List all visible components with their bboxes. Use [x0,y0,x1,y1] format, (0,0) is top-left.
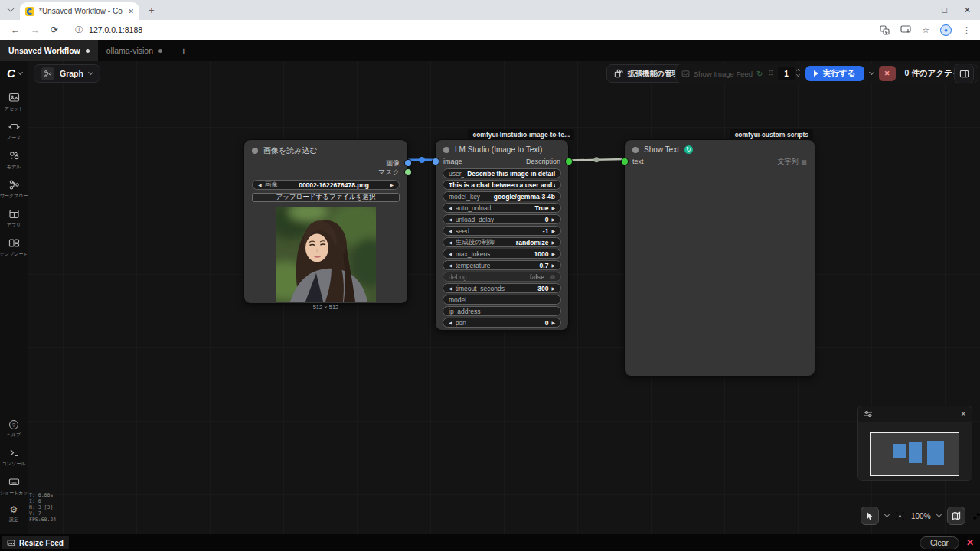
toggle-links-icon[interactable] [972,511,980,521]
workflow-tab-inactive[interactable]: ollama-vision [98,40,171,61]
input-port-image[interactable] [433,158,439,165]
zoom-options-chevron-icon[interactable] [936,512,942,517]
lm-studio-node[interactable]: comfyui-lmstudio-image-to-te... LM Studi… [435,139,569,331]
select-tool-button[interactable] [861,507,879,525]
input-port-text[interactable] [622,158,628,165]
widget-system-prompt[interactable]: This is a chat between a user and an a..… [443,180,561,190]
tab-search-icon[interactable] [7,5,14,11]
widget-unload-delay[interactable]: ◀ unload_delay 0 ▶ [443,214,561,224]
profile-avatar[interactable]: ● [940,24,952,36]
batch-count-value[interactable]: 1 [778,67,795,80]
output-port-image[interactable] [405,160,411,166]
clear-feed-button[interactable]: Clear [920,536,959,549]
sidebar-item-models[interactable]: モデル [0,150,28,171]
increment-icon[interactable]: ▶ [551,286,555,291]
minimap-toggle-button[interactable] [947,507,965,525]
increment-icon[interactable]: ▶ [551,240,555,245]
increment-icon[interactable] [796,69,800,73]
widget-timeout-seconds[interactable]: ◀ timeout_seconds 300 ▶ [443,283,561,293]
increment-icon[interactable]: ▶ [551,217,555,222]
batch-count-input[interactable]: 1 [778,67,800,80]
sidebar-item-console[interactable]: コンソール [0,447,28,468]
increment-icon[interactable]: ▶ [551,321,555,325]
widget-user-prompt[interactable]: user_pro ... Describe this image in deta… [443,168,561,178]
decrement-icon[interactable]: ◀ [449,206,452,210]
sidebar-item-nodes[interactable]: ノード [0,121,28,142]
close-feed-icon[interactable]: ✕ [966,537,974,548]
decrement-icon[interactable]: ◀ [449,252,452,256]
new-workflow-button[interactable]: + [181,40,187,61]
increment-icon[interactable]: ▶ [551,206,555,210]
drag-handle[interactable]: ⠿ [769,70,773,77]
forward-button[interactable]: → [31,24,40,35]
window-maximize-button[interactable]: □ [942,5,947,15]
sidebar-item-help[interactable]: ? ヘルプ [0,420,28,439]
output-port-mask[interactable] [405,169,411,175]
minimap-close-icon[interactable]: ✕ [960,410,966,418]
widget-debug[interactable]: debug false [443,272,561,282]
decrement-icon[interactable]: ◀ [449,286,452,291]
reload-button[interactable]: ⟳ [51,24,58,35]
toggle-icon[interactable] [550,275,555,279]
decrement-icon[interactable]: ◀ [449,229,452,233]
sidebar-item-assets[interactable]: アセット [0,92,28,112]
resize-feed-button[interactable]: Resize Feed [2,536,69,549]
widget-seed[interactable]: ◀ seed -1 ▶ [443,226,561,236]
image-file-widget[interactable]: ◀ 画像 00002-1622676478.png ▶ [252,180,400,190]
sidebar-item-workflows[interactable]: ワークフロー [0,179,28,200]
minimap-panel[interactable]: ✕ [858,406,972,481]
widget-temperature[interactable]: ◀ temperature 0.7 ▶ [443,260,561,270]
window-minimize-button[interactable]: – [920,5,925,15]
widget-auto-unload[interactable]: ◀ auto_unload True ▶ [443,203,561,213]
upload-file-button[interactable]: アップロードするファイルを選択 [252,193,400,202]
tool-options-chevron-icon[interactable] [884,512,890,517]
install-app-icon[interactable] [900,25,911,34]
decrement-icon[interactable]: ◀ [449,321,452,325]
browser-menu-icon[interactable]: ⋮ [962,25,971,35]
next-image-icon[interactable]: ▶ [390,183,394,187]
minimap-settings-icon[interactable] [864,410,873,418]
bookmark-star-icon[interactable]: ☆ [922,25,929,35]
cancel-button[interactable]: ✕ [879,66,896,81]
workflow-tab-active[interactable]: Unsaved Workflow [0,40,98,61]
sidebar-item-apps[interactable]: アプリ [0,208,28,229]
back-button[interactable]: ← [11,24,20,35]
increment-icon[interactable]: ▶ [551,263,555,268]
image-preview[interactable] [276,207,376,302]
increment-icon[interactable]: ▶ [551,252,555,256]
tab-close-icon[interactable]: ✕ [128,8,134,15]
prev-image-icon[interactable]: ◀ [258,183,262,187]
fit-view-icon[interactable] [895,511,905,521]
show-text-node[interactable]: comfyui-custom-scripts Show Text ↻ text … [624,139,815,377]
node-collapse-dot[interactable] [443,147,449,153]
translate-icon[interactable] [880,25,890,35]
widget-model[interactable]: model [443,295,561,305]
decrement-icon[interactable]: ◀ [449,240,452,245]
zoom-level-label[interactable]: 100% [911,512,931,520]
sidebar-item-settings[interactable]: ⚙ 設定 [0,505,28,523]
output-port-description[interactable] [566,158,572,165]
load-image-node[interactable]: 画像を読み込む 画像 マスク ◀ 画像 00002-1622676478.png… [243,139,408,304]
widget-control-after-generate[interactable]: ◀ 生成後の制御 randomize ▶ [443,237,561,247]
comfyui-logo-button[interactable]: C [7,67,22,80]
widget-port[interactable]: ◀ port 0 ▶ [443,318,561,328]
decrement-icon[interactable] [796,73,800,77]
run-button[interactable]: 実行する [805,66,864,81]
address-bar[interactable]: 127.0.0.1:8188 [89,25,142,34]
run-options-chevron-icon[interactable] [869,70,874,75]
node-collapse-dot[interactable] [632,147,639,153]
graph-breadcrumb[interactable]: Graph [34,64,100,83]
show-image-feed-button[interactable]: Show Image Feed ↻ [681,70,763,78]
sidebar-item-shortcuts[interactable]: ショートカッ [0,476,28,497]
site-info-icon[interactable]: ⓘ [75,24,83,35]
browser-tab[interactable]: *Unsaved Workflow - ComfyUI ✕ [20,2,139,20]
window-close-button[interactable]: ✕ [964,5,971,15]
new-tab-button[interactable]: + [149,5,155,16]
decrement-icon[interactable]: ◀ [449,263,452,268]
side-panel-toggle-button[interactable] [954,64,974,83]
node-collapse-dot[interactable] [252,148,258,154]
widget-max-tokens[interactable]: ◀ max_tokens 1000 ▶ [443,249,561,259]
widget-ip-address[interactable]: ip_address [443,306,561,316]
decrement-icon[interactable]: ◀ [449,217,452,222]
increment-icon[interactable]: ▶ [551,229,555,233]
